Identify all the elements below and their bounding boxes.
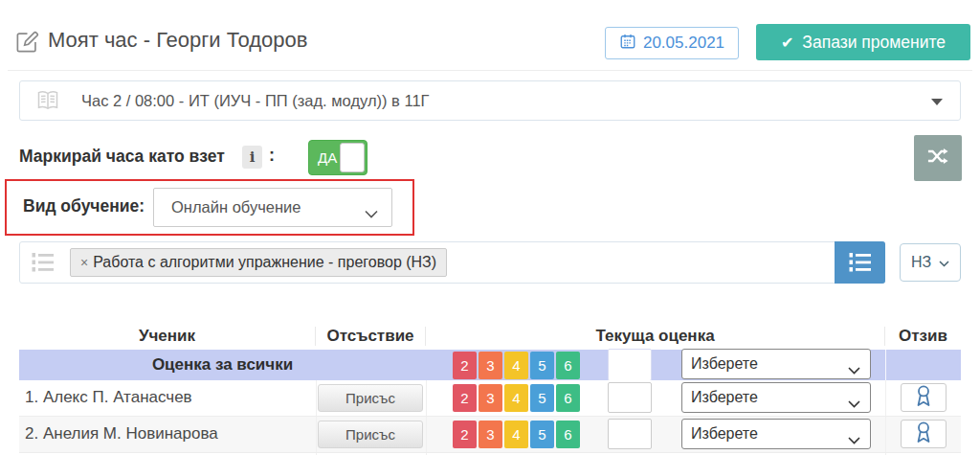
absence-button[interactable]: Присъс bbox=[318, 421, 423, 448]
remove-tag-icon[interactable]: × bbox=[80, 255, 88, 270]
chevron-down-icon bbox=[848, 361, 860, 378]
grade-6-button[interactable]: 6 bbox=[556, 421, 580, 448]
student-row: 2. Анелия М. Новинарова Присъс 2 3 4 5 6… bbox=[19, 416, 961, 452]
shuffle-icon bbox=[927, 147, 948, 170]
toggle-knob bbox=[340, 143, 365, 172]
grade-4-button[interactable]: 4 bbox=[504, 352, 528, 379]
book-icon bbox=[35, 90, 60, 111]
table-header-row: Ученик Отсъствие Текуща оценка Отзив bbox=[19, 322, 961, 350]
topic-multiselect[interactable]: × Работа с алгоритми упражнение - прегов… bbox=[19, 241, 885, 284]
topic-type-value: НЗ bbox=[911, 254, 931, 271]
grade-2-button[interactable]: 2 bbox=[453, 421, 477, 448]
chevron-down-icon bbox=[848, 395, 860, 412]
grade-3-button[interactable]: 3 bbox=[479, 421, 502, 448]
grade-4-button[interactable]: 4 bbox=[504, 421, 528, 448]
grades-table: Ученик Отсъствие Текуща оценка Отзив Оце… bbox=[19, 322, 961, 455]
grade-2-button[interactable]: 2 bbox=[453, 352, 477, 379]
topic-type-select[interactable]: НЗ bbox=[900, 243, 961, 282]
calendar-icon bbox=[619, 33, 636, 55]
col-header-review: Отзив bbox=[885, 327, 961, 346]
edit-icon bbox=[14, 29, 40, 58]
column-divider bbox=[885, 350, 886, 380]
review-button[interactable] bbox=[901, 420, 947, 448]
column-divider bbox=[885, 417, 886, 452]
grade-buttons: 2 3 4 5 6 bbox=[453, 421, 580, 448]
grade-3-button[interactable]: 3 bbox=[479, 384, 502, 412]
shuffle-button[interactable] bbox=[914, 135, 962, 181]
grade-5-button[interactable]: 5 bbox=[530, 352, 554, 379]
col-header-student: Ученик bbox=[19, 327, 316, 346]
grade-6-button[interactable]: 6 bbox=[556, 384, 580, 412]
toggle-on-label: ДА bbox=[318, 149, 337, 166]
topic-tag: × Работа с алгоритми упражнение - прегов… bbox=[70, 248, 447, 277]
grade-6-button[interactable]: 6 bbox=[556, 352, 580, 379]
column-divider bbox=[316, 417, 317, 452]
check-icon: ✔ bbox=[781, 34, 793, 52]
topic-list-button[interactable] bbox=[835, 241, 885, 284]
grade-select[interactable]: Изберете bbox=[681, 419, 871, 449]
date-value: 20.05.2021 bbox=[643, 34, 724, 53]
taken-colon: : bbox=[269, 146, 275, 166]
page-title: Моят час - Георги Тодоров bbox=[48, 28, 307, 53]
mark-taken-label: Маркирай часа като взет bbox=[19, 147, 225, 167]
bulk-row-label: Оценка за всички bbox=[19, 350, 426, 380]
column-divider bbox=[426, 380, 427, 416]
header-divider bbox=[8, 70, 972, 71]
date-picker-button[interactable]: 20.05.2021 bbox=[605, 27, 739, 59]
topic-tag-label: Работа с алгоритми упражнение - преговор… bbox=[93, 254, 436, 271]
grade-5-button[interactable]: 5 bbox=[530, 421, 554, 448]
grade-2-button[interactable]: 2 bbox=[453, 384, 477, 412]
column-divider bbox=[426, 417, 427, 452]
chevron-down-icon bbox=[939, 254, 949, 271]
training-type-value: Онлайн обучение bbox=[171, 198, 301, 216]
ordered-list-icon bbox=[849, 252, 872, 273]
save-button-label: Запази промените bbox=[802, 33, 946, 53]
column-divider bbox=[885, 380, 886, 416]
training-type-select[interactable]: Онлайн обучение bbox=[153, 188, 392, 227]
review-button[interactable] bbox=[901, 383, 947, 412]
chevron-down-icon bbox=[365, 205, 378, 222]
col-header-absence: Отсъствие bbox=[316, 327, 426, 346]
grade-input[interactable] bbox=[608, 419, 652, 449]
select-value: Изберете bbox=[691, 355, 758, 373]
grade-select[interactable]: Изберете bbox=[681, 382, 871, 413]
award-ribbon-icon bbox=[914, 421, 933, 447]
bulk-grade-input[interactable] bbox=[608, 349, 652, 381]
chevron-down-icon bbox=[848, 431, 860, 448]
grade-5-button[interactable]: 5 bbox=[530, 384, 554, 412]
student-name: 2. Анелия М. Новинарова bbox=[25, 424, 218, 444]
bulk-grade-row: Оценка за всички 2 3 4 5 6 Изберете bbox=[19, 350, 961, 380]
grade-4-button[interactable]: 4 bbox=[504, 384, 528, 412]
grade-buttons: 2 3 4 5 6 bbox=[453, 384, 580, 412]
taken-toggle[interactable]: ДА bbox=[308, 140, 368, 175]
caret-down-icon bbox=[931, 99, 943, 105]
student-name: 1. Алекс П. Атанасчев bbox=[25, 388, 192, 407]
bulk-grade-select[interactable]: Изберете bbox=[681, 349, 871, 379]
column-divider bbox=[316, 380, 317, 416]
select-value: Изберете bbox=[691, 425, 758, 443]
grade-buttons: 2 3 4 5 6 bbox=[453, 352, 580, 379]
ordered-list-icon bbox=[32, 252, 55, 273]
award-ribbon-icon bbox=[914, 384, 933, 411]
info-icon[interactable]: i bbox=[242, 146, 262, 169]
save-changes-button[interactable]: ✔ Запази промените bbox=[756, 24, 970, 60]
training-type-label: Вид обучение: bbox=[23, 196, 145, 216]
select-value: Изберете bbox=[691, 389, 758, 406]
grade-3-button[interactable]: 3 bbox=[479, 352, 502, 379]
lesson-select-value: Час 2 / 08:00 - ИТ (ИУЧ - ПП (зад. модул… bbox=[81, 92, 430, 110]
absence-button[interactable]: Присъс bbox=[318, 384, 423, 412]
lesson-select[interactable]: Час 2 / 08:00 - ИТ (ИУЧ - ПП (зад. модул… bbox=[19, 80, 961, 121]
my-lesson-page: Моят час - Георги Тодоров 20.05.2021 ✔ З… bbox=[0, 0, 980, 455]
col-header-current-grade: Текуща оценка bbox=[426, 327, 885, 346]
grade-input[interactable] bbox=[608, 382, 652, 413]
student-row: 1. Алекс П. Атанасчев Присъс 2 3 4 5 6 И… bbox=[19, 380, 961, 416]
